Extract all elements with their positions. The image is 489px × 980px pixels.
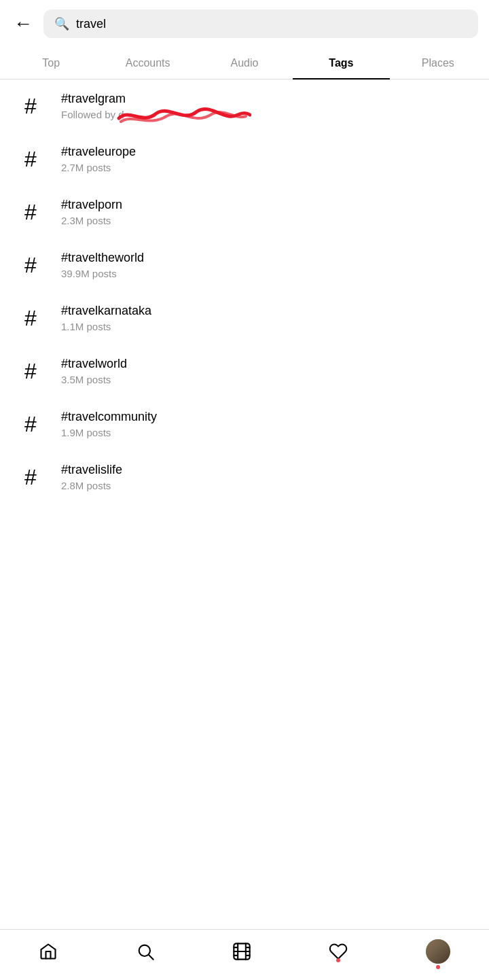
tag-meta: 39.9M posts xyxy=(61,268,144,279)
header: ← 🔍 xyxy=(0,0,489,48)
activity-dot xyxy=(336,958,340,962)
tag-name: #traveleurope xyxy=(61,145,136,159)
search-icon xyxy=(136,942,155,961)
nav-search[interactable] xyxy=(125,939,166,964)
list-item[interactable]: # #travelworld 3.5M posts xyxy=(0,345,489,398)
tag-meta: 2.8M posts xyxy=(61,480,122,491)
tag-info: #travelkarnataka 1.1M posts xyxy=(61,304,151,332)
bottom-nav xyxy=(0,929,489,980)
list-item[interactable]: # #travelgram Followed by d xyxy=(0,80,489,133)
back-button[interactable]: ← xyxy=(11,12,35,36)
tag-name: #travelkarnataka xyxy=(61,304,151,318)
tag-info: #traveleurope 2.7M posts xyxy=(61,145,136,173)
hashtag-icon: # xyxy=(14,200,48,225)
avatar xyxy=(426,939,450,964)
home-icon xyxy=(39,942,58,961)
list-item[interactable]: # #travelporn 2.3M posts xyxy=(0,186,489,239)
tag-info: #travelcommunity 1.9M posts xyxy=(61,410,157,438)
list-item[interactable]: # #travelkarnataka 1.1M posts xyxy=(0,292,489,345)
nav-profile[interactable] xyxy=(415,937,461,966)
hashtag-icon: # xyxy=(14,359,48,384)
tag-name: #traveltheworld xyxy=(61,251,144,265)
hashtag-icon: # xyxy=(14,253,48,278)
nav-activity[interactable] xyxy=(318,939,359,964)
tab-places[interactable]: Places xyxy=(390,48,486,79)
list-item[interactable]: # #traveltheworld 39.9M posts xyxy=(0,239,489,292)
hashtag-icon: # xyxy=(14,465,48,490)
list-item[interactable]: # #traveleurope 2.7M posts xyxy=(0,133,489,186)
hashtag-icon: # xyxy=(14,147,48,172)
tag-name: #travelgram xyxy=(61,92,126,106)
svg-line-1 xyxy=(149,955,153,959)
search-input[interactable] xyxy=(76,17,467,31)
tag-info: #travelworld 3.5M posts xyxy=(61,357,127,385)
search-bar[interactable]: 🔍 xyxy=(43,10,478,38)
tag-info: #travelislife 2.8M posts xyxy=(61,463,122,491)
tag-meta: 2.3M posts xyxy=(61,215,122,226)
profile-dot xyxy=(436,965,440,969)
nav-home[interactable] xyxy=(28,939,69,964)
tag-meta: 1.1M posts xyxy=(61,321,151,332)
reels-icon xyxy=(232,942,251,961)
tag-meta: Followed by d xyxy=(61,109,126,120)
hashtag-icon: # xyxy=(14,94,48,119)
tag-info: #travelgram Followed by d xyxy=(61,92,126,120)
tag-name: #travelcommunity xyxy=(61,410,157,424)
nav-reels[interactable] xyxy=(221,939,262,964)
tab-tags[interactable]: Tags xyxy=(293,48,389,79)
list-item[interactable]: # #travelislife 2.8M posts xyxy=(0,451,489,504)
tag-name: #travelporn xyxy=(61,198,122,212)
tag-list: # #travelgram Followed by d # #traveleur… xyxy=(0,80,489,504)
search-icon: 🔍 xyxy=(54,16,69,31)
hashtag-icon: # xyxy=(14,306,48,331)
tag-meta: 1.9M posts xyxy=(61,427,157,438)
list-item[interactable]: # #travelcommunity 1.9M posts xyxy=(0,398,489,451)
tag-name: #travelislife xyxy=(61,463,122,477)
tag-info: #travelporn 2.3M posts xyxy=(61,198,122,226)
tabs-bar: Top Accounts Audio Tags Places xyxy=(0,48,489,80)
tag-info: #traveltheworld 39.9M posts xyxy=(61,251,144,279)
scribble-overlay xyxy=(115,101,251,128)
tab-top[interactable]: Top xyxy=(3,48,99,79)
tag-name: #travelworld xyxy=(61,357,127,371)
tag-meta: 2.7M posts xyxy=(61,162,136,173)
tag-meta: 3.5M posts xyxy=(61,374,127,385)
tab-audio[interactable]: Audio xyxy=(196,48,293,79)
tab-accounts[interactable]: Accounts xyxy=(99,48,196,79)
hashtag-icon: # xyxy=(14,412,48,437)
